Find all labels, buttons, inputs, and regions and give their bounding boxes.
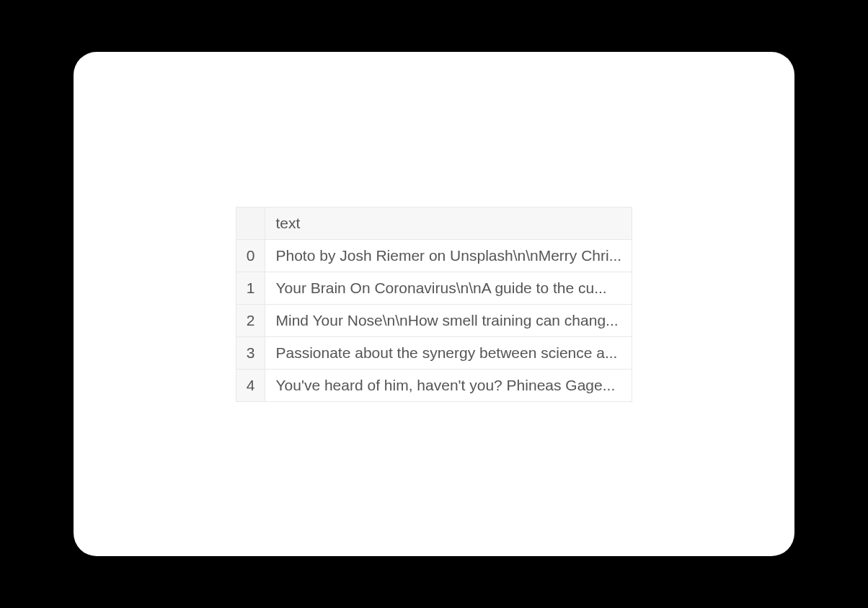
row-index: 4	[236, 369, 265, 401]
text-column-header: text	[265, 207, 632, 239]
table-row: 4 You've heard of him, haven't you? Phin…	[236, 369, 632, 401]
row-index: 3	[236, 336, 265, 369]
table-row: 0 Photo by Josh Riemer on Unsplash\n\nMe…	[236, 239, 632, 272]
dataframe-table: text 0 Photo by Josh Riemer on Unsplash\…	[236, 207, 632, 402]
content-card: text 0 Photo by Josh Riemer on Unsplash\…	[74, 52, 794, 556]
table-row: 2 Mind Your Nose\n\nHow smell training c…	[236, 304, 632, 336]
table-row: 3 Passionate about the synergy between s…	[236, 336, 632, 369]
table-header-row: text	[236, 207, 632, 239]
row-text-cell: You've heard of him, haven't you? Phinea…	[265, 369, 632, 401]
row-index: 2	[236, 304, 265, 336]
row-index: 0	[236, 239, 265, 272]
table-row: 1 Your Brain On Coronavirus\n\nA guide t…	[236, 272, 632, 304]
row-index: 1	[236, 272, 265, 304]
row-text-cell: Your Brain On Coronavirus\n\nA guide to …	[265, 272, 632, 304]
row-text-cell: Mind Your Nose\n\nHow smell training can…	[265, 304, 632, 336]
row-text-cell: Passionate about the synergy between sci…	[265, 336, 632, 369]
index-column-header	[236, 207, 265, 239]
row-text-cell: Photo by Josh Riemer on Unsplash\n\nMerr…	[265, 239, 632, 272]
